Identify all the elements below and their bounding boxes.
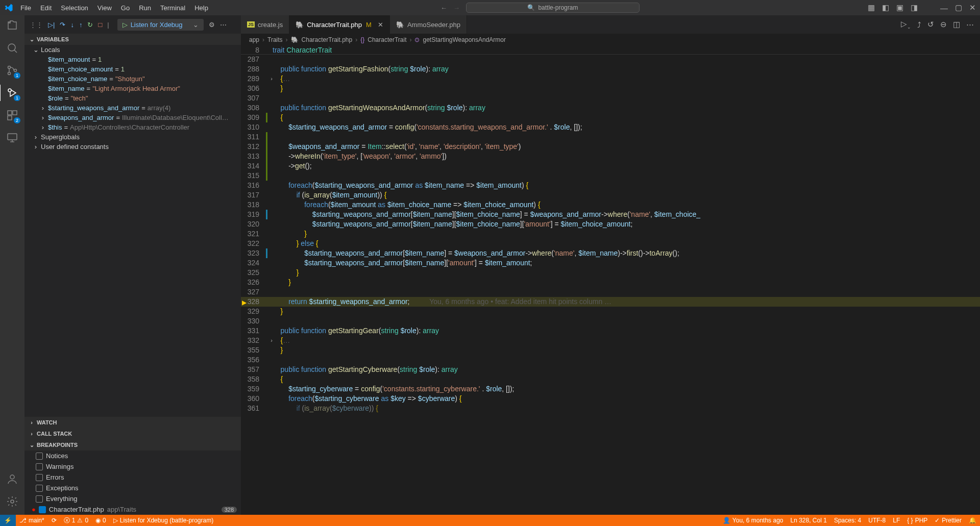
debug-session-status[interactable]: ▷Listen for Xdebug (battle-program) [110,515,217,526]
code-line[interactable]: 326 } [241,278,980,287]
section-breakpoints-header[interactable]: ⌄BREAKPOINTS [24,439,241,450]
close-window-icon[interactable]: ✕ [969,3,976,12]
drag-handle-icon[interactable]: ⋮⋮ [30,21,43,29]
code-line[interactable]: 308 public function getStartingWeaponsAn… [241,103,980,113]
debug-single-icon[interactable]: ⊖ [940,20,947,29]
userconst-header[interactable]: ›User defined constants [24,142,241,152]
code-line[interactable]: 313 ->whereIn('item_type', ['weapon', 'a… [241,152,980,161]
indent-status[interactable]: Spaces: 4 [830,515,865,526]
blame-status[interactable]: 👤You, 6 months ago [719,515,787,526]
variable-row[interactable]: $item_name = "Light Armorjack Head Armor… [24,84,241,93]
variable-row[interactable]: $item_choice_name = "Shotgun" [24,74,241,84]
step-into-icon[interactable]: ↓ [70,21,74,29]
continue-icon[interactable]: ▷| [48,21,55,29]
breakpoint-file-row[interactable]: ● CharacterTrait.php app\Traits 328 [24,504,241,515]
prettier-status[interactable]: ✓Prettier [931,515,965,526]
section-variables-header[interactable]: ⌄VARIABLES [24,34,241,45]
cursor-position[interactable]: Ln 328, Col 1 [787,515,830,526]
more-icon[interactable]: ⋯ [220,21,227,29]
code-line[interactable]: 357 public function getStartingCyberware… [241,365,980,374]
debug-config-selector[interactable]: ▷ Listen for Xdebug ⌄ [117,19,204,31]
nav-back-icon[interactable]: ← [440,4,447,12]
variable-row[interactable]: $item_amount = 1 [24,55,241,64]
fold-icon[interactable]: › [271,74,273,84]
step-over-icon[interactable]: ↷ [60,21,65,29]
step-out-icon[interactable]: ↑ [79,21,83,29]
breakpoint-checkbox[interactable] [39,506,46,513]
code-line[interactable]: 355 } [241,345,980,355]
panel-right-icon[interactable]: ◨ [911,3,918,12]
code-line[interactable]: 320 $starting_weapons_and_armor[$item_na… [241,219,980,229]
breadcrumb[interactable]: app› Traits› 🐘CharacterTrait.php› {}Char… [241,34,980,46]
lang-status[interactable]: { }PHP [903,515,931,526]
close-icon[interactable]: ✕ [378,21,383,29]
code-line[interactable]: 312 $weapons_and_armor = Item::select('i… [241,142,980,152]
code-line[interactable]: 287 [241,55,980,64]
menu-file[interactable]: File [16,3,35,13]
ports-status[interactable]: ◉0 [92,515,110,526]
code-line[interactable]: 321 } [241,229,980,239]
tab-create-js[interactable]: JScreate.js [241,15,289,34]
split-editor-icon[interactable]: ◫ [953,20,960,29]
code-line[interactable]: 309 { [241,113,980,122]
code-line[interactable]: 360 foreach($starting_cyberware as $key … [241,394,980,404]
checkbox[interactable] [36,485,43,492]
locals-header[interactable]: ⌄Locals [24,45,241,55]
activity-debug-icon[interactable]: 1 [6,87,18,99]
sticky-scroll[interactable]: 8 trait CharacterTrait [241,46,980,55]
activity-search-icon[interactable] [6,42,18,54]
menu-help[interactable]: Help [190,3,212,13]
variable-expandable-row[interactable]: ›$weapons_and_armor = Illuminate\Databas… [24,113,241,122]
command-center[interactable]: 🔍 battle-program [466,3,640,13]
debug-loop-icon[interactable]: ↺ [927,20,934,29]
tab-ammoseeder-php[interactable]: 🐘AmmoSeeder.php [390,15,467,34]
encoding-status[interactable]: UTF-8 [865,515,889,526]
code-line[interactable]: 322 } else { [241,239,980,248]
fold-icon[interactable]: › [271,336,273,345]
debug-alt-icon[interactable]: ⤴ [917,20,921,29]
breakpoint-category[interactable]: Warnings [24,461,241,472]
code-line[interactable]: 361 if (is_array($cyberware)) { [241,404,980,413]
code-line[interactable]: 289› {… [241,74,980,84]
activity-scm-icon[interactable]: 1 [6,64,18,77]
code-line[interactable]: 307 [241,93,980,103]
breakpoint-category[interactable]: Errors [24,472,241,483]
code-line[interactable]: 323 $starting_weapons_and_armor[$item_na… [241,248,980,258]
bell-status[interactable]: 🔔 [965,515,980,526]
code-editor[interactable]: 287288 public function getStartingFashio… [241,55,980,515]
superglobals-header[interactable]: ›Superglobals [24,132,241,142]
more-actions-icon[interactable]: ⋯ [966,20,974,29]
layout-grid-icon[interactable]: ▦ [868,3,875,12]
code-line[interactable]: 356 [241,355,980,365]
minimize-icon[interactable]: ― [940,4,948,12]
stop-icon[interactable]: □ [98,21,102,29]
remote-indicator[interactable]: ⚡ [0,515,16,526]
code-line[interactable]: 324 $starting_weapons_and_armor[$item_na… [241,258,980,268]
code-line[interactable]: 359 $starting_cyberware = config('consta… [241,384,980,394]
error-status[interactable]: ⓧ1 ⚠0 [60,515,92,526]
code-line[interactable]: 311 [241,132,980,142]
code-line[interactable]: 331 public function getStartingGear(stri… [241,326,980,336]
code-line[interactable]: 310 $starting_weapons_and_armor = config… [241,122,980,132]
section-watch-header[interactable]: ›WATCH [24,417,241,428]
maximize-icon[interactable]: ▢ [955,3,962,12]
code-line[interactable]: 332› {… [241,336,980,345]
breakpoint-category[interactable]: Notices [24,450,241,461]
code-line[interactable]: 288 public function getStartingFashion(s… [241,64,980,74]
breakpoint-category[interactable]: Exceptions [24,483,241,493]
checkbox[interactable] [36,474,43,481]
activity-extensions-icon[interactable]: 2 [6,109,18,121]
activity-settings-icon[interactable] [6,495,18,508]
variable-expandable-row[interactable]: ›$starting_weapons_and_armor = array(4) [24,103,241,113]
code-line[interactable]: 328▶ return $starting_weapons_and_armor;… [241,297,980,307]
checkbox[interactable] [36,495,43,503]
menu-view[interactable]: View [93,3,116,13]
menu-selection[interactable]: Selection [57,3,92,13]
activity-remote-icon[interactable] [6,132,18,144]
menu-terminal[interactable]: Terminal [156,3,189,13]
panel-bottom-icon[interactable]: ▣ [896,3,903,12]
code-line[interactable]: 319 $starting_weapons_and_armor[$item_na… [241,210,980,219]
tab-charactertrait-php[interactable]: 🐘CharacterTrait.phpM✕ [289,15,390,34]
restart-icon[interactable]: ↻ [87,21,93,29]
breakpoint-category[interactable]: Everything [24,493,241,504]
